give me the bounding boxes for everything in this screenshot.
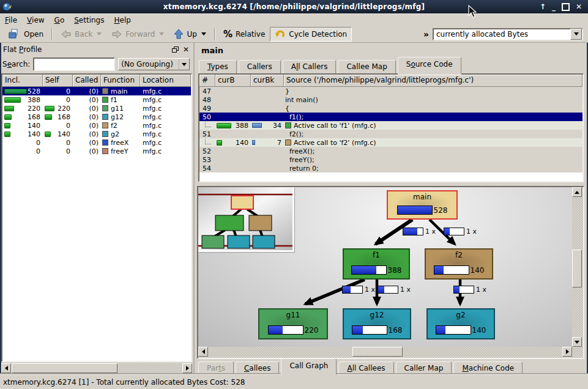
scroll-right-button[interactable] (182, 363, 192, 373)
menu-go[interactable]: Go (50, 15, 70, 26)
node-cost-value: 528 (434, 206, 448, 215)
grouping-select[interactable]: (No Grouping) (118, 58, 190, 70)
scroll-up-button[interactable] (572, 187, 582, 197)
shade-button[interactable]: ↑ (540, 3, 546, 10)
column-header-location[interactable]: Location (140, 75, 191, 87)
titlebar: xtmemory.kcg.6274 [/home/philippe/valgri… (0, 0, 588, 13)
source-line-row[interactable]: 52 freeX(); (199, 147, 582, 155)
table-row[interactable]: 140140(0)g2mfg.c (2, 130, 191, 138)
flat-profile-table: Incl.SelfCalledFunctionLocation 5280(0)m… (1, 73, 192, 362)
table-row[interactable]: 3880(0)f1mfg.c (2, 95, 191, 104)
grouping-dropdown-button[interactable] (179, 59, 189, 69)
node-label: f2 (426, 250, 492, 259)
cycle-detection-button[interactable]: Cycle Detection (270, 27, 352, 42)
tab-machine-code[interactable]: Machine Code (453, 361, 523, 375)
menu-file[interactable]: File (0, 15, 22, 26)
source-line-row[interactable]: 48int main() (199, 95, 582, 104)
tab-types[interactable]: Types (199, 60, 237, 73)
source-column-header[interactable]: curB (215, 75, 251, 87)
table-row[interactable]: 00(0)freeXmfg.c (2, 138, 191, 147)
source-table-header: #curBcurBkSource ('/home/philippe/valgri… (199, 75, 582, 87)
relative-button[interactable]: % Relative (218, 26, 270, 42)
menu-help[interactable]: Help (109, 15, 135, 26)
graph-node-f1[interactable]: f1388 (343, 248, 410, 280)
source-line-row[interactable]: 49{ (199, 104, 582, 113)
source-line-row[interactable]: 53 freeY(); (199, 155, 582, 164)
event-type-dropdown-button[interactable] (570, 29, 582, 40)
graph-node-g12[interactable]: g12168 (343, 308, 411, 339)
forward-arrow-icon (111, 29, 122, 39)
column-header-self[interactable]: Self (43, 75, 73, 87)
scroll-thumb[interactable] (572, 250, 582, 287)
tab-all-callees[interactable]: All Callees (338, 361, 393, 375)
cost-bar-icon (45, 132, 51, 137)
table-row[interactable]: 168168(0)g12mfg.c (2, 113, 191, 121)
tab-source-code[interactable]: Source Code (398, 57, 461, 73)
table-row[interactable]: 220220(0)g11mfg.c (2, 104, 191, 113)
source-line-row[interactable]: 51 f2(); (199, 130, 582, 138)
search-input[interactable] (33, 57, 115, 71)
function-color-icon (285, 122, 291, 128)
scroll-thumb[interactable] (12, 363, 117, 373)
tab-all-callers[interactable]: All Callers (283, 60, 337, 73)
tab-callees[interactable]: Callees (236, 361, 279, 375)
source-column-header[interactable]: curBk (251, 75, 284, 87)
tab-caller-map[interactable]: Caller Map (396, 361, 452, 375)
source-line-row[interactable]: 50 f1(); (199, 113, 582, 121)
menu-settings[interactable]: Settings (69, 15, 109, 26)
tab-call-graph[interactable]: Call Graph (281, 358, 337, 375)
dock-close-icon[interactable]: ✕ (183, 46, 189, 53)
cost-bar-icon (4, 89, 27, 94)
back-dropdown-icon[interactable] (97, 32, 102, 35)
graph-overview-minimap[interactable] (198, 187, 294, 252)
menu-view[interactable]: View (22, 15, 49, 26)
source-cost-row[interactable]: 1407Active call to 'f2' (mfg.c) (199, 138, 582, 147)
toolbar-overflow-button[interactable]: » (420, 29, 433, 39)
open-button[interactable]: Open (4, 26, 48, 42)
up-label: Up (187, 30, 196, 39)
scroll-thumb[interactable] (352, 347, 403, 357)
up-button[interactable]: Up (169, 26, 210, 42)
forward-dropdown-icon[interactable] (159, 32, 164, 35)
node-cost-bar (397, 206, 433, 215)
block-bar-icon (252, 123, 262, 128)
call-graph-canvas[interactable]: main528f1388f2140g11220g12168g2140 1 x1 … (198, 187, 572, 347)
scroll-left-button[interactable] (198, 347, 208, 357)
graph-node-f2[interactable]: f2140 (425, 248, 493, 280)
up-dropdown-icon[interactable] (201, 32, 206, 35)
back-button[interactable]: Back (56, 27, 106, 42)
graph-node-main[interactable]: main528 (387, 190, 458, 220)
forward-button[interactable]: Forward (106, 27, 169, 42)
column-header-called[interactable]: Called (73, 75, 101, 87)
column-header-function[interactable]: Function (101, 75, 140, 87)
tab-callee-map[interactable]: Callee Map (338, 60, 395, 73)
graph-node-g11[interactable]: g11220 (258, 308, 328, 339)
scroll-left-button[interactable] (1, 363, 11, 373)
event-type-select[interactable]: currently allocated Bytes (433, 28, 583, 40)
tab-callers[interactable]: Callers (239, 60, 281, 73)
open-folder-icon (9, 29, 21, 39)
source-cost-row[interactable]: 38834Active call to 'f1' (mfg.c) (199, 121, 582, 130)
flat-profile-hscrollbar[interactable] (1, 363, 192, 373)
source-column-header[interactable]: Source ('/home/philippe/valgrind/littlep… (284, 75, 582, 87)
table-row[interactable]: 1400(0)f2mfg.c (2, 121, 191, 130)
maximize-button[interactable] (562, 3, 570, 11)
scroll-down-button[interactable] (572, 337, 582, 347)
column-header-incl[interactable]: Incl. (2, 75, 43, 87)
graph-hscrollbar[interactable] (198, 347, 572, 358)
table-row[interactable]: 5280(0)mainmfg.c (2, 87, 191, 95)
edge-cost-label: 1 x (453, 286, 486, 294)
function-detail-panel: main TypesCallersAll CallersCallee MapSo… (196, 43, 588, 374)
source-column-header[interactable]: # (199, 75, 215, 87)
graph-vscrollbar[interactable] (572, 187, 583, 347)
graph-node-g2[interactable]: g2140 (426, 308, 495, 339)
search-row: Search: (No Grouping) (1, 56, 191, 72)
cost-bar-icon (4, 97, 21, 103)
dock-float-icon[interactable] (172, 46, 179, 53)
source-line-row[interactable]: 47} (199, 87, 582, 95)
table-row[interactable]: 00(0)freeYmfg.c (2, 147, 191, 155)
minimize-button[interactable]: _ (552, 3, 556, 10)
source-line-row[interactable]: 54 return 0; (199, 164, 582, 172)
scroll-right-button[interactable] (562, 347, 572, 357)
close-button[interactable]: ✕ (576, 3, 582, 10)
